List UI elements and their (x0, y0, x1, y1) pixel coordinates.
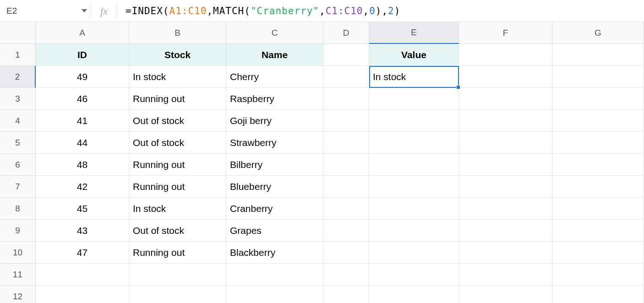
cell-D4[interactable] (323, 110, 369, 132)
cell-E11[interactable] (369, 264, 459, 286)
cell-B2[interactable]: In stock (129, 66, 226, 88)
cell-B11[interactable] (129, 264, 226, 286)
cell-G2[interactable] (552, 66, 644, 88)
cell-A1[interactable]: ID (36, 44, 129, 66)
cell-F1[interactable] (459, 44, 552, 66)
cell-B4[interactable]: Out of stock (129, 110, 226, 132)
row-header-6[interactable]: 6 (0, 154, 36, 176)
cell-E8[interactable] (369, 198, 459, 220)
select-all-corner[interactable] (0, 22, 36, 44)
row-header-7[interactable]: 7 (0, 176, 36, 198)
cell-B6[interactable]: Running out (129, 154, 226, 176)
cell-G4[interactable] (552, 110, 644, 132)
cell-D9[interactable] (323, 220, 369, 242)
cell-G11[interactable] (552, 264, 644, 286)
cell-B8[interactable]: In stock (129, 198, 226, 220)
name-box[interactable]: E2 (0, 0, 91, 22)
cell-D10[interactable] (323, 242, 369, 264)
row-header-1[interactable]: 1 (0, 44, 36, 66)
row-header-3[interactable]: 3 (0, 88, 36, 110)
row-header-5[interactable]: 5 (0, 132, 36, 154)
cell-G3[interactable] (552, 88, 644, 110)
cell-G10[interactable] (552, 242, 644, 264)
formula-input[interactable]: =INDEX(A1:C10,MATCH("Cranberry",C1:C10,0… (117, 0, 644, 22)
cell-G1[interactable] (552, 44, 644, 66)
cell-G7[interactable] (552, 176, 644, 198)
cell-F6[interactable] (459, 154, 552, 176)
cell-C3[interactable]: Raspberry (226, 88, 323, 110)
row-header-12[interactable]: 12 (0, 286, 36, 303)
cell-E12[interactable] (369, 286, 459, 303)
cell-F11[interactable] (459, 264, 552, 286)
cell-G12[interactable] (552, 286, 644, 303)
col-header-F[interactable]: F (459, 22, 552, 44)
row-header-11[interactable]: 11 (0, 264, 36, 286)
col-header-B[interactable]: B (129, 22, 226, 44)
cell-A2[interactable]: 49 (36, 66, 129, 88)
cell-A11[interactable] (36, 264, 129, 286)
col-header-E[interactable]: E (369, 22, 459, 44)
cell-F12[interactable] (459, 286, 552, 303)
cell-B12[interactable] (129, 286, 226, 303)
cell-G8[interactable] (552, 198, 644, 220)
row-header-2[interactable]: 2 (0, 66, 36, 88)
cell-G6[interactable] (552, 154, 644, 176)
cell-C5[interactable]: Strawberry (226, 132, 323, 154)
cell-C7[interactable]: Blueberry (226, 176, 323, 198)
cell-F4[interactable] (459, 110, 552, 132)
cell-E2[interactable]: In stock (369, 66, 459, 88)
cell-B10[interactable]: Running out (129, 242, 226, 264)
cell-B3[interactable]: Running out (129, 88, 226, 110)
cell-E4[interactable] (369, 110, 459, 132)
cell-C10[interactable]: Blackberry (226, 242, 323, 264)
cell-A7[interactable]: 42 (36, 176, 129, 198)
cell-D5[interactable] (323, 132, 369, 154)
cell-B7[interactable]: Running out (129, 176, 226, 198)
cell-C8[interactable]: Cranberry (226, 198, 323, 220)
row-header-4[interactable]: 4 (0, 110, 36, 132)
cell-G9[interactable] (552, 220, 644, 242)
col-header-G[interactable]: G (552, 22, 644, 44)
cell-F3[interactable] (459, 88, 552, 110)
cell-D6[interactable] (323, 154, 369, 176)
col-header-A[interactable]: A (36, 22, 129, 44)
cell-D11[interactable] (323, 264, 369, 286)
cell-E1[interactable]: Value (369, 44, 459, 66)
cell-C4[interactable]: Goji berry (226, 110, 323, 132)
cell-E6[interactable] (369, 154, 459, 176)
cell-E3[interactable] (369, 88, 459, 110)
row-header-8[interactable]: 8 (0, 198, 36, 220)
cell-A12[interactable] (36, 286, 129, 303)
cell-F7[interactable] (459, 176, 552, 198)
cell-G5[interactable] (552, 132, 644, 154)
cell-A3[interactable]: 46 (36, 88, 129, 110)
cell-F2[interactable] (459, 66, 552, 88)
cell-A5[interactable]: 44 (36, 132, 129, 154)
cells-area[interactable]: ID Stock Name Value 49In stockCherryIn s… (36, 44, 644, 303)
cell-C11[interactable] (226, 264, 323, 286)
cell-C6[interactable]: Bilberry (226, 154, 323, 176)
row-header-10[interactable]: 10 (0, 242, 36, 264)
cell-F8[interactable] (459, 198, 552, 220)
row-header-9[interactable]: 9 (0, 220, 36, 242)
cell-E7[interactable] (369, 176, 459, 198)
cell-A4[interactable]: 41 (36, 110, 129, 132)
chevron-down-icon[interactable] (82, 9, 87, 12)
cell-D8[interactable] (323, 198, 369, 220)
cell-D7[interactable] (323, 176, 369, 198)
cell-A8[interactable]: 45 (36, 198, 129, 220)
cell-D3[interactable] (323, 88, 369, 110)
cell-F9[interactable] (459, 220, 552, 242)
cell-C2[interactable]: Cherry (226, 66, 323, 88)
cell-A9[interactable]: 43 (36, 220, 129, 242)
cell-E5[interactable] (369, 132, 459, 154)
cell-D1[interactable] (323, 44, 369, 66)
cell-E9[interactable] (369, 220, 459, 242)
cell-F5[interactable] (459, 132, 552, 154)
cell-B5[interactable]: Out of stock (129, 132, 226, 154)
cell-C12[interactable] (226, 286, 323, 303)
cell-F10[interactable] (459, 242, 552, 264)
cell-B1[interactable]: Stock (129, 44, 226, 66)
cell-E10[interactable] (369, 242, 459, 264)
col-header-C[interactable]: C (226, 22, 323, 44)
